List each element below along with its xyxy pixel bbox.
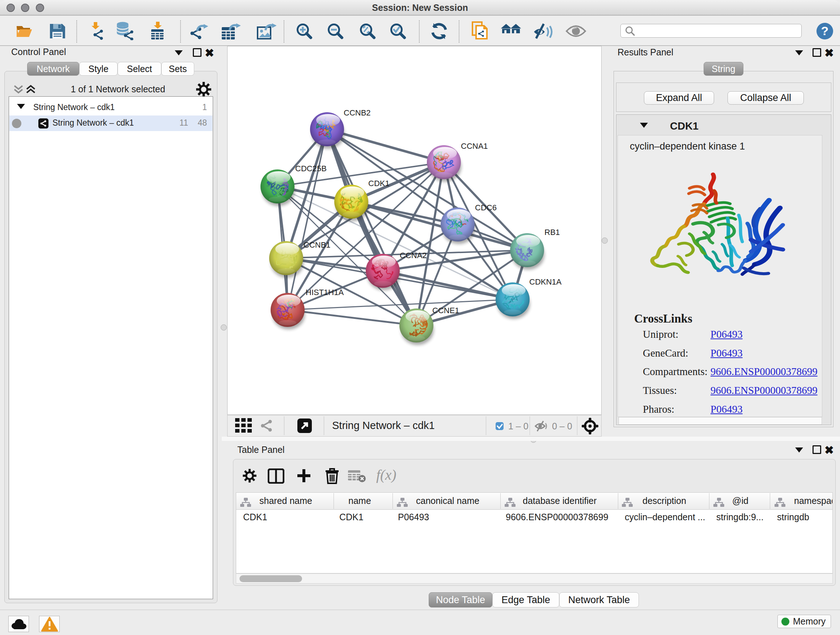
svg-text:CDKN1A: CDKN1A (529, 277, 562, 287)
svg-text:?: ? (821, 24, 829, 38)
svg-text:CDK1: CDK1 (368, 179, 390, 188)
svg-text:CCNA1: CCNA1 (461, 141, 488, 150)
svg-text:HIST1H1A: HIST1H1A (306, 288, 344, 297)
svg-text:CCNB2: CCNB2 (344, 108, 371, 117)
svg-text:CDC25B: CDC25B (295, 164, 327, 173)
svg-text:CCNB1: CCNB1 (303, 241, 331, 249)
svg-text:RB1: RB1 (545, 228, 560, 237)
svg-text:CCNA2: CCNA2 (400, 251, 427, 260)
svg-text:CDC6: CDC6 (475, 203, 497, 212)
svg-text:CCNE1: CCNE1 (432, 306, 459, 315)
